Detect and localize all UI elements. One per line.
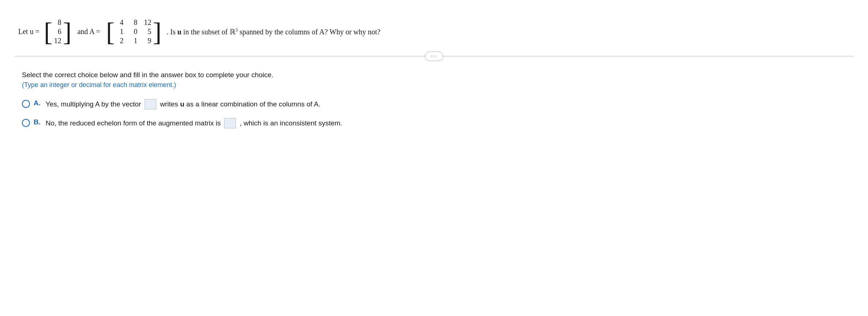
choice-a-text-before: Yes, multiplying A by the vector — [46, 100, 141, 108]
vector-u-cell-2: 6 — [54, 27, 61, 36]
matrix-a-cell-r3c3: 9 — [144, 37, 151, 45]
vector-u-row-3: 12 — [54, 37, 61, 45]
matrix-a-cell-r3c1: 2 — [116, 37, 123, 45]
vector-u-bracket-right: ] — [63, 19, 72, 45]
choice-b-text-after: , which is an inconsistent system. — [240, 119, 342, 127]
matrix-a-cell-r2c2: 0 — [130, 27, 137, 36]
choice-b-radio[interactable] — [22, 119, 30, 127]
matrix-a-bracket-left: [ — [106, 19, 115, 45]
choice-b-text-before: No, the reduced echelon form of the augm… — [46, 119, 221, 127]
matrix-a: [ 4 8 12 1 0 5 2 1 9 ] — [106, 18, 161, 45]
question-section: Let u = [ 8 6 12 ] and A = [ — [15, 11, 853, 49]
bold-u-ref: u — [177, 28, 181, 36]
choice-b-text: No, the reduced echelon form of the augm… — [46, 118, 342, 128]
choice-a-label: A. — [34, 99, 41, 107]
choice-b-item: B. No, the reduced echelon form of the a… — [22, 118, 846, 128]
let-u-label: Let u = — [18, 27, 39, 36]
vector-u-row-2: 6 — [54, 27, 61, 36]
matrix-a-bracket-right: ] — [153, 19, 161, 45]
divider-dots[interactable]: ··· — [425, 52, 443, 61]
vector-u-bracket-left: [ — [44, 19, 53, 45]
choice-a-radio[interactable] — [22, 100, 30, 108]
page-container: Let u = [ 8 6 12 ] and A = [ — [0, 0, 868, 152]
matrix-a-cell-r1c2: 8 — [130, 18, 137, 27]
matrix-a-row-1: 4 8 12 — [116, 18, 151, 27]
choice-b-label: B. — [34, 118, 41, 126]
divider-section: ··· — [15, 56, 853, 56]
vector-u-content: 8 6 12 — [54, 18, 61, 45]
matrix-a-cell-r2c1: 1 — [116, 27, 123, 36]
vector-u-cell-1: 8 — [54, 18, 61, 27]
vector-u-row-1: 8 — [54, 18, 61, 27]
vector-u-cell-3: 12 — [54, 37, 61, 45]
matrix-a-cell-r1c1: 4 — [116, 18, 123, 27]
matrix-a-cell-r1c3: 12 — [144, 18, 151, 27]
matrix-a-cell-r3c2: 1 — [130, 37, 137, 45]
divider-line: ··· — [15, 56, 853, 56]
choice-a-answer-box[interactable] — [145, 99, 156, 109]
question-text: . Is u in the subset of ℝ3 spanned by th… — [167, 27, 380, 36]
answer-section: Select the correct choice below and fill… — [15, 67, 853, 141]
bold-u-a: u — [180, 100, 184, 108]
instruction-sub: (Type an integer or decimal for each mat… — [22, 81, 846, 89]
choice-b-answer-box[interactable] — [224, 118, 236, 128]
matrix-a-row-2: 1 0 5 — [116, 27, 151, 36]
instruction-text: Select the correct choice below and fill… — [22, 71, 846, 79]
vector-u: [ 8 6 12 ] — [44, 18, 72, 45]
and-a-equals-label: and A = — [77, 27, 100, 36]
matrix-a-content: 4 8 12 1 0 5 2 1 9 — [116, 18, 151, 45]
choice-a-text-after: writes u as a linear combination of the … — [160, 100, 320, 108]
matrix-a-row-3: 2 1 9 — [116, 37, 151, 45]
choice-a-text: Yes, multiplying A by the vector writes … — [46, 99, 321, 109]
matrix-a-cell-r2c3: 5 — [144, 27, 151, 36]
choice-a-item: A. Yes, multiplying A by the vector writ… — [22, 99, 846, 109]
